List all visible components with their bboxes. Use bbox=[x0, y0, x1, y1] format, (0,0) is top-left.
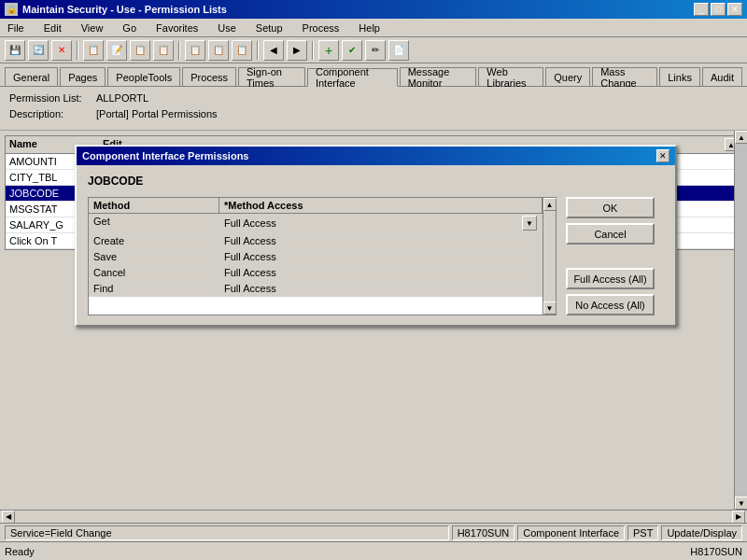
grid-row-cancel: Cancel Full Access bbox=[89, 265, 543, 281]
method-create: Create bbox=[89, 233, 219, 248]
grid-row-save: Save Full Access bbox=[89, 249, 543, 265]
modal-body: JOBCODE Method *Method Access bbox=[77, 165, 675, 325]
component-interface-permissions-dialog: Component Interface Permissions ✕ JOBCOD… bbox=[75, 145, 677, 327]
get-dropdown-arrow[interactable]: ▼ bbox=[522, 216, 537, 231]
modal-close-button[interactable]: ✕ bbox=[656, 149, 669, 162]
cancel-button[interactable]: Cancel bbox=[566, 223, 655, 245]
method-save: Save bbox=[89, 249, 219, 264]
modal-overlay: Component Interface Permissions ✕ JOBCOD… bbox=[0, 0, 747, 560]
modal-scroll-down[interactable]: ▼ bbox=[543, 301, 557, 315]
ok-button[interactable]: OK bbox=[566, 197, 655, 218]
method-get: Get bbox=[89, 214, 219, 232]
method-cancel: Cancel bbox=[89, 265, 219, 280]
modal-title: Component Interface Permissions bbox=[82, 150, 249, 161]
col-method-header: Method bbox=[89, 198, 219, 213]
grid-row-find: Find Full Access bbox=[89, 281, 543, 297]
modal-grid-header: Method *Method Access bbox=[89, 198, 543, 214]
modal-title-bar: Component Interface Permissions ✕ bbox=[77, 147, 675, 165]
access-cancel: Full Access bbox=[219, 265, 543, 280]
access-create: Full Access bbox=[219, 233, 543, 248]
access-save: Full Access bbox=[219, 249, 543, 264]
access-get[interactable]: Full Access ▼ bbox=[219, 214, 543, 232]
modal-record-name: JOBCODE bbox=[88, 175, 664, 188]
grid-row-create: Create Full Access bbox=[89, 233, 543, 249]
col-access-header: *Method Access bbox=[219, 198, 543, 213]
grid-empty-area bbox=[89, 297, 543, 315]
method-find: Find bbox=[89, 281, 219, 296]
grid-row-get: Get Full Access ▼ bbox=[89, 214, 543, 233]
no-access-all-button[interactable]: No Access (All) bbox=[566, 294, 655, 315]
modal-grid-scrollbar: ▲ ▼ bbox=[543, 198, 556, 315]
full-access-all-button[interactable]: Full Access (All) bbox=[566, 268, 655, 289]
access-find: Full Access bbox=[219, 281, 543, 296]
modal-scroll-up[interactable]: ▲ bbox=[543, 198, 557, 211]
